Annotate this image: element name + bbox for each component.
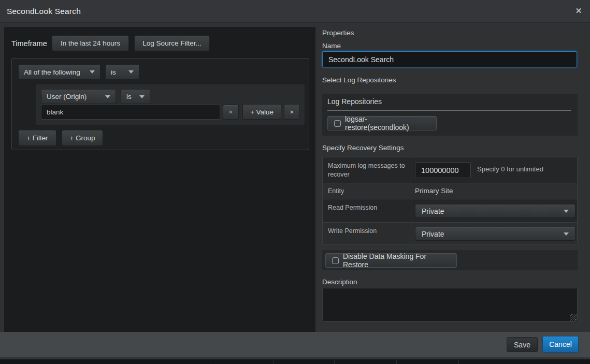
cancel-button[interactable]: Cancel [542, 336, 579, 353]
description-textarea[interactable] [322, 288, 578, 322]
name-input[interactable] [322, 51, 577, 67]
group-operator-dropdown[interactable]: All of the following [18, 64, 100, 80]
recovery-settings-section-label: Specify Recovery Settings [322, 144, 404, 152]
entity-label: Entity [323, 183, 411, 199]
log-repositories-box: Log Repositories logsar-restore(secondlo… [322, 94, 578, 136]
checkbox-icon[interactable] [332, 257, 339, 264]
divider [273, 360, 274, 364]
table-row: Maximum log messages to recover Specify … [323, 157, 577, 183]
table-row: Entity Primary Site [323, 183, 577, 199]
dialog-title: SecondLook Search [7, 0, 81, 22]
table-row: Write Permission Private [323, 222, 577, 244]
divider [458, 360, 459, 364]
disable-data-masking-checkbox[interactable]: Disable Data Masking For Restore [325, 253, 457, 268]
save-button[interactable]: Save [507, 337, 538, 352]
log-source-filter-button[interactable]: Log Source Filter... [134, 35, 210, 51]
repository-item-label: logsar-restore(secondlook) [345, 115, 430, 132]
remove-value-button[interactable]: ✕ [223, 105, 239, 120]
dialog-footer: Save Cancel [0, 332, 590, 357]
write-permission-cell: Private [411, 223, 577, 244]
name-label: Name [322, 42, 341, 50]
recovery-settings-table: Maximum log messages to recover Specify … [322, 157, 578, 244]
add-filter-button[interactable]: + Filter [18, 130, 56, 146]
write-permission-dropdown[interactable]: Private [415, 227, 575, 241]
field-dropdown[interactable]: User (Origin) [41, 89, 116, 104]
timeframe-label: Timeframe [11, 39, 47, 48]
entity-cell: Primary Site [411, 183, 577, 199]
disable-data-masking-label: Disable Data Masking For Restore [343, 252, 450, 269]
group-condition-value: is [111, 68, 116, 76]
max-messages-input[interactable] [415, 162, 471, 178]
checkbox-icon[interactable] [334, 120, 341, 127]
search-criteria-panel: Timeframe In the last 24 hours Log Sourc… [4, 27, 315, 332]
dialog-titlebar: SecondLook Search ✕ [0, 0, 590, 23]
chevron-down-icon [564, 210, 569, 213]
divider [327, 110, 571, 111]
secondlook-search-dialog: SecondLook Search ✕ Timeframe In the las… [0, 0, 590, 359]
write-permission-label: Write Permission [323, 223, 411, 244]
divider [396, 360, 397, 364]
table-row: Read Permission Private [323, 199, 577, 222]
remove-filter-button[interactable]: ✕ [284, 104, 300, 120]
repository-item[interactable]: logsar-restore(secondlook) [327, 116, 437, 130]
field-value: User (Origin) [47, 93, 87, 100]
resize-grip-icon[interactable] [570, 314, 577, 321]
field-condition-dropdown[interactable]: is [121, 89, 150, 104]
chevron-down-icon [128, 70, 134, 74]
add-group-button[interactable]: + Group [62, 130, 103, 146]
divider [334, 360, 335, 364]
log-repositories-header: Log Repositories [327, 97, 382, 106]
entity-value: Primary Site [415, 187, 453, 195]
field-condition-value: is [126, 93, 132, 100]
background-page-strip [0, 359, 590, 364]
data-masking-band: Disable Data Masking For Restore [322, 250, 578, 270]
chevron-down-icon [105, 95, 110, 98]
group-operator-value: All of the following [24, 68, 80, 76]
max-messages-cell: Specify 0 for unlimited [411, 157, 577, 183]
chevron-down-icon [564, 232, 569, 236]
filter-row: User (Origin) is ✕ + Value ✕ [36, 84, 305, 125]
filter-value-input[interactable] [41, 105, 220, 120]
group-condition-dropdown[interactable]: is [105, 64, 139, 80]
description-label: Description [322, 278, 357, 286]
read-permission-label: Read Permission [323, 199, 411, 222]
read-permission-dropdown[interactable]: Private [415, 204, 575, 218]
add-value-button[interactable]: + Value [242, 104, 281, 120]
close-icon[interactable]: ✕ [573, 6, 584, 16]
max-messages-note: Specify 0 for unlimited [477, 165, 543, 173]
read-permission-value: Private [422, 207, 444, 215]
properties-section-label: Properties [322, 29, 354, 37]
select-log-repositories-label: Select Log Repositories [322, 76, 396, 84]
divider [210, 360, 210, 364]
filter-builder: All of the following is User (Origin) is [11, 58, 309, 150]
timeframe-range-button[interactable]: In the last 24 hours [52, 35, 129, 51]
max-messages-label: Maximum log messages to recover [323, 157, 411, 183]
chevron-down-icon [90, 70, 95, 74]
chevron-down-icon [139, 95, 145, 98]
write-permission-value: Private [422, 230, 444, 238]
read-permission-cell: Private [411, 199, 577, 222]
screen: SecondLook Search ✕ Timeframe In the las… [0, 0, 590, 364]
